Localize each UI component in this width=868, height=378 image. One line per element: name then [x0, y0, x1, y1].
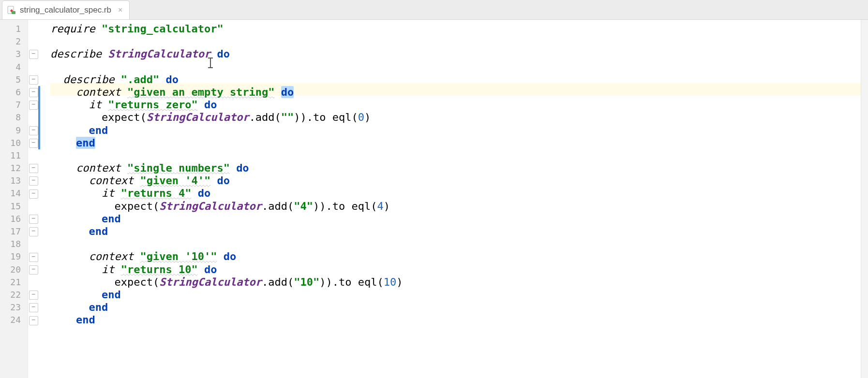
- code-line[interactable]: it "returns zero" do: [50, 99, 861, 111]
- line-number: 13: [0, 174, 28, 187]
- line-number: 11: [0, 149, 28, 162]
- fold-toggle-icon[interactable]: [29, 303, 38, 312]
- code-line[interactable]: it "returns 4" do: [50, 187, 861, 200]
- line-number: 6: [0, 86, 28, 99]
- code-line[interactable]: expect(StringCalculator.add("")).to eql(…: [50, 111, 861, 124]
- code-area[interactable]: require "string_calculator"describe Stri…: [50, 20, 861, 378]
- line-number: 2: [0, 35, 28, 48]
- code-line[interactable]: context "given '10'" do: [50, 250, 861, 263]
- line-number: 12: [0, 162, 28, 174]
- fold-toggle-icon[interactable]: [29, 253, 38, 262]
- code-line[interactable]: end: [50, 124, 861, 137]
- line-number-gutter: 123456789101112131415161718192021222324: [0, 20, 28, 378]
- code-line[interactable]: end: [50, 301, 861, 314]
- line-number: 5: [0, 73, 28, 86]
- fold-toggle-icon[interactable]: [29, 316, 38, 325]
- code-line[interactable]: context "single numbers" do: [50, 162, 861, 174]
- line-number: 22: [0, 289, 28, 301]
- line-number: 8: [0, 111, 28, 124]
- fold-toggle-icon[interactable]: [29, 265, 38, 275]
- fold-toggle-icon[interactable]: [29, 291, 38, 300]
- code-line[interactable]: [50, 149, 861, 162]
- ruby-file-icon: [7, 6, 16, 15]
- line-number: 4: [0, 61, 28, 73]
- fold-toggle-icon[interactable]: [29, 215, 38, 224]
- code-line[interactable]: [50, 238, 861, 250]
- scrollbar-strip[interactable]: [861, 20, 868, 378]
- code-line[interactable]: require "string_calculator": [50, 23, 861, 35]
- line-number: 3: [0, 48, 28, 60]
- code-line[interactable]: end: [50, 314, 861, 326]
- fold-toggle-icon[interactable]: [29, 189, 38, 199]
- change-margin: [38, 20, 50, 378]
- fold-column[interactable]: [28, 20, 38, 378]
- fold-toggle-icon[interactable]: [29, 88, 38, 97]
- line-number: 16: [0, 213, 28, 225]
- svg-rect-1: [12, 11, 15, 14]
- code-line[interactable]: end: [50, 289, 861, 301]
- code-line[interactable]: describe StringCalculator do: [50, 48, 861, 60]
- line-number: 15: [0, 200, 28, 213]
- fold-toggle-icon[interactable]: [29, 176, 38, 186]
- line-number: 24: [0, 314, 28, 326]
- line-number: 19: [0, 250, 28, 263]
- code-line[interactable]: [50, 35, 861, 48]
- line-number: 10: [0, 137, 28, 149]
- line-number: 14: [0, 187, 28, 200]
- fold-toggle-icon[interactable]: [29, 50, 38, 59]
- code-line[interactable]: end: [50, 213, 861, 225]
- change-marker: [38, 86, 40, 149]
- code-line[interactable]: expect(StringCalculator.add("10")).to eq…: [50, 276, 861, 289]
- line-number: 21: [0, 276, 28, 289]
- code-line[interactable]: end: [50, 225, 861, 238]
- fold-toggle-icon[interactable]: [29, 227, 38, 236]
- line-number: 1: [0, 23, 28, 35]
- code-line[interactable]: [50, 61, 861, 73]
- code-editor[interactable]: 123456789101112131415161718192021222324 …: [0, 20, 868, 378]
- line-number: 23: [0, 301, 28, 314]
- code-line[interactable]: it "returns 10" do: [50, 263, 861, 276]
- line-number: 9: [0, 124, 28, 137]
- line-number: 20: [0, 263, 28, 276]
- line-number: 18: [0, 238, 28, 250]
- code-line[interactable]: context "given '4'" do: [50, 174, 861, 187]
- fold-toggle-icon[interactable]: [29, 126, 38, 135]
- line-number: 7: [0, 99, 28, 111]
- code-line[interactable]: end: [50, 137, 861, 149]
- code-line[interactable]: expect(StringCalculator.add("4")).to eql…: [50, 200, 861, 213]
- fold-toggle-icon[interactable]: [29, 101, 38, 110]
- tab-bar: string_calculator_spec.rb ×: [0, 0, 868, 20]
- fold-toggle-icon[interactable]: [29, 75, 38, 85]
- line-number: 17: [0, 225, 28, 238]
- editor-tab[interactable]: string_calculator_spec.rb ×: [2, 0, 130, 19]
- tab-close-icon[interactable]: ×: [118, 6, 122, 15]
- fold-toggle-icon[interactable]: [29, 164, 38, 173]
- tab-filename: string_calculator_spec.rb: [20, 5, 111, 15]
- fold-toggle-icon[interactable]: [29, 139, 38, 148]
